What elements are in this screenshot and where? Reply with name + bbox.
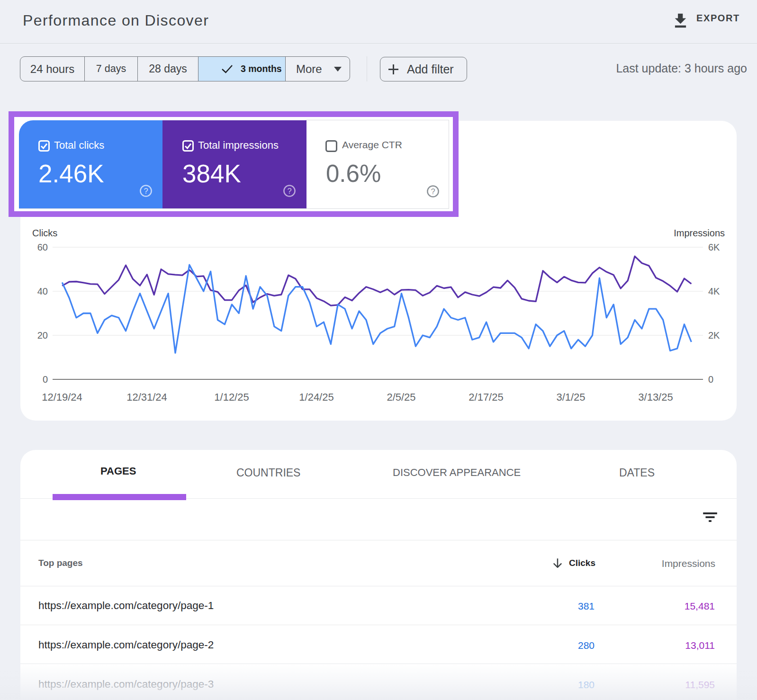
svg-text:3/13/25: 3/13/25 bbox=[638, 391, 673, 403]
svg-text:1/24/25: 1/24/25 bbox=[299, 391, 333, 403]
svg-text:40: 40 bbox=[37, 286, 48, 296]
svg-text:0: 0 bbox=[708, 374, 713, 385]
svg-text:2/17/25: 2/17/25 bbox=[469, 391, 503, 403]
svg-text:Impressions: Impressions bbox=[674, 228, 725, 238]
svg-text:60: 60 bbox=[37, 242, 48, 252]
svg-text:2K: 2K bbox=[708, 330, 720, 341]
svg-text:Clicks: Clicks bbox=[32, 228, 57, 238]
svg-text:12/19/24: 12/19/24 bbox=[42, 391, 82, 403]
svg-text:3/1/25: 3/1/25 bbox=[556, 391, 585, 403]
svg-text:20: 20 bbox=[37, 330, 48, 341]
svg-text:6K: 6K bbox=[708, 242, 720, 252]
svg-text:4K: 4K bbox=[708, 286, 720, 296]
svg-text:12/31/24: 12/31/24 bbox=[126, 391, 167, 403]
svg-text:1/12/25: 1/12/25 bbox=[214, 391, 249, 403]
svg-text:0: 0 bbox=[43, 374, 48, 385]
svg-text:2/5/25: 2/5/25 bbox=[387, 391, 415, 403]
